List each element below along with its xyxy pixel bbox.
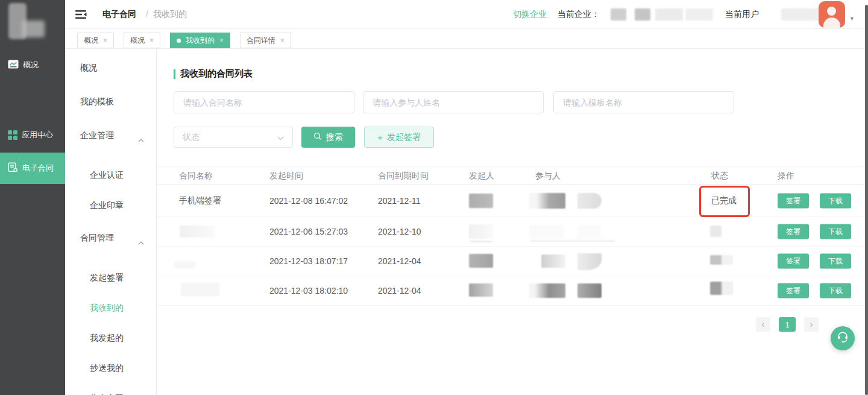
redacted-status <box>710 226 722 237</box>
menu-fold-icon[interactable] <box>75 10 87 19</box>
current-user-label: 当前用户 <box>725 9 759 20</box>
redacted-participant <box>541 254 565 268</box>
redacted-enterprise-name <box>685 8 713 21</box>
menu-item-enterprise-seal[interactable]: 企业印章 <box>65 199 156 211</box>
redacted-enterprise-name <box>655 8 683 21</box>
menu-item-cc-me[interactable]: 抄送我的 <box>65 362 156 374</box>
status-select[interactable]: 状态 <box>174 127 293 148</box>
redacted-initiator <box>469 224 493 239</box>
redacted-initiator <box>469 194 493 208</box>
redacted-initiator <box>469 254 493 268</box>
col-header-expire-time: 合同到期时间 <box>378 171 429 182</box>
tab-label: 概况 <box>84 36 98 46</box>
contract-doc-icon <box>8 162 18 174</box>
next-page-button[interactable]: › <box>804 317 819 332</box>
sidebar-item-overview[interactable]: 概况 <box>0 57 65 74</box>
menu-item-initiated[interactable]: 我发起的 <box>65 332 156 344</box>
redacted-text <box>530 240 615 242</box>
avatar-head-shape <box>827 7 836 16</box>
menu-label: 企业印章 <box>90 200 124 210</box>
menu-label: 我收到的 <box>90 303 124 312</box>
tab-bar: 概况 × 概况 × 我收到的 × 合同详情 × <box>65 33 868 48</box>
top-header: 电子合同 / 我收到的 切换企业 当前企业： 当前用户 ▼ <box>65 0 868 29</box>
participant-name-input[interactable] <box>363 91 544 113</box>
table-row: 手机端签署 2021-12-08 16:47:02 2021-12-11 已完成… <box>157 185 868 217</box>
sign-button[interactable]: 签署 <box>778 193 809 208</box>
menu-item-voided[interactable]: 作废合同 <box>65 392 156 395</box>
initiate-button-label: 发起签署 <box>387 132 421 143</box>
logo-redacted <box>22 21 45 37</box>
chevron-right-icon: › <box>810 320 813 329</box>
menu-item-enterprise-auth[interactable]: 企业认证 <box>65 169 156 181</box>
tab-overview-2[interactable]: 概况 × <box>124 33 160 48</box>
table-header-row: 合同名称 发起时间 合同到期时间 发起人 参与人 状态 操作 <box>157 166 868 185</box>
table-row: 2021-12-06 15:27:03 2021-12-10 签署 下载 <box>157 217 868 247</box>
chevron-left-icon: ‹ <box>761 320 764 329</box>
breadcrumb-root[interactable]: 电子合同 <box>102 9 136 20</box>
search-button[interactable]: 搜索 <box>301 127 355 148</box>
menu-label: 合同管理 <box>80 233 114 242</box>
page-title-text: 我收到的合同列表 <box>180 68 253 80</box>
tab-overview-1[interactable]: 概况 × <box>77 33 114 48</box>
close-icon[interactable]: × <box>219 37 224 44</box>
menu-item-initiate-sign[interactable]: 发起签署 <box>65 271 156 283</box>
redacted-participant <box>577 283 602 298</box>
contract-name-input[interactable] <box>174 91 354 113</box>
download-button[interactable]: 下载 <box>820 283 851 299</box>
page-number-button[interactable]: 1 <box>779 317 796 332</box>
redacted-participant <box>529 193 565 209</box>
download-button[interactable]: 下载 <box>820 254 851 269</box>
menu-group-enterprise-mgmt[interactable]: 企业管理 <box>65 129 156 141</box>
initiate-sign-button[interactable]: + 发起签署 <box>364 127 434 148</box>
redacted-contract-name <box>174 261 195 268</box>
primary-sidebar: 概况 应用中心 电子合同 <box>0 0 65 395</box>
redacted-contract-name <box>181 283 219 296</box>
redacted-enterprise-name <box>611 8 626 21</box>
prev-page-button[interactable]: ‹ <box>756 317 770 332</box>
download-button[interactable]: 下载 <box>820 193 851 208</box>
cell-expire-time: 2021-12-11 <box>378 196 421 206</box>
close-icon[interactable]: × <box>149 37 154 44</box>
table-row: 2021-12-03 18:02:10 2021-12-04 签署 下载 <box>157 276 868 306</box>
plus-icon: + <box>377 133 383 142</box>
close-icon[interactable]: × <box>103 37 107 44</box>
secondary-sidebar: 概况 我的模板 企业管理 企业认证 企业印章 合同管理 发起签署 我收到的 我发… <box>65 49 157 395</box>
sidebar-item-app-center[interactable]: 应用中心 <box>0 127 65 144</box>
avatar-body-shape <box>823 17 840 28</box>
sign-button[interactable]: 签署 <box>778 283 809 299</box>
download-button[interactable]: 下载 <box>820 224 851 239</box>
close-icon[interactable]: × <box>280 37 285 44</box>
chevron-up-icon <box>138 236 144 248</box>
menu-item-overview[interactable]: 概况 <box>65 62 156 74</box>
tab-label: 概况 <box>130 36 145 46</box>
menu-group-contract-mgmt[interactable]: 合同管理 <box>65 232 156 244</box>
tab-label: 我收到的 <box>186 36 215 46</box>
redacted-status <box>710 255 733 265</box>
chart-icon <box>8 60 19 71</box>
app-grid-icon <box>8 130 17 140</box>
tab-received[interactable]: 我收到的 × <box>170 33 230 48</box>
search-button-label: 搜索 <box>326 132 343 143</box>
menu-item-received[interactable]: 我收到的 <box>65 302 156 314</box>
sidebar-item-label: 电子合同 <box>22 163 54 174</box>
template-name-input[interactable] <box>553 91 734 113</box>
sign-button[interactable]: 签署 <box>778 254 809 269</box>
current-enterprise-label: 当前企业： <box>558 9 600 20</box>
cell-start-time: 2021-12-08 16:47:02 <box>269 196 348 206</box>
customer-service-button[interactable] <box>831 326 855 350</box>
menu-label: 抄送我的 <box>90 363 124 373</box>
page-title: 我收到的合同列表 <box>174 68 253 80</box>
redacted-enterprise-name <box>635 8 650 21</box>
menu-item-my-templates[interactable]: 我的模板 <box>65 95 156 107</box>
caret-down-icon[interactable]: ▼ <box>849 16 855 22</box>
redacted-initiator <box>469 283 493 297</box>
redacted-participant <box>529 225 564 238</box>
tab-label: 合同详情 <box>247 36 275 46</box>
avatar[interactable] <box>819 1 845 28</box>
sidebar-item-e-contract[interactable]: 电子合同 <box>0 153 65 184</box>
tab-contract-detail[interactable]: 合同详情 × <box>240 33 291 48</box>
scrollbar-thumb[interactable] <box>865 5 868 395</box>
headset-icon <box>836 331 849 346</box>
sign-button[interactable]: 签署 <box>778 224 809 239</box>
switch-enterprise-link[interactable]: 切换企业 <box>513 9 547 20</box>
